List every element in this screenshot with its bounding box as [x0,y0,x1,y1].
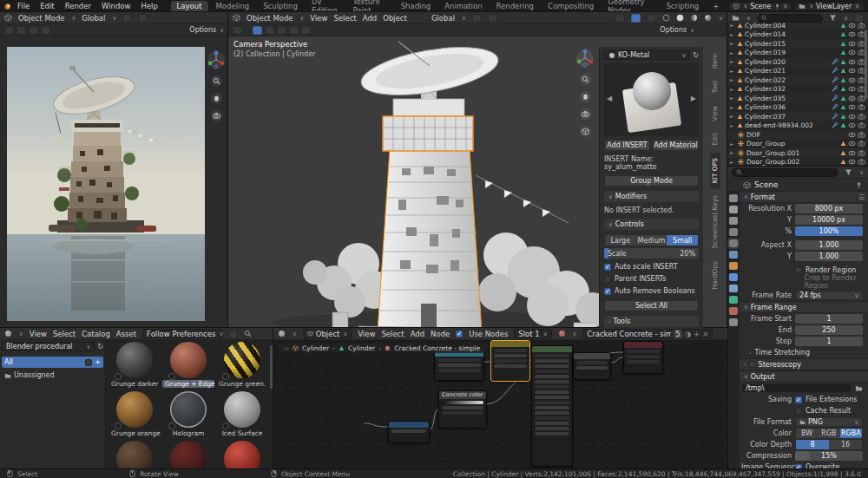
hide-eye-icon[interactable] [848,149,856,157]
menu-help[interactable]: Help [136,2,161,10]
hide-eye-icon[interactable] [848,85,856,93]
hide-eye-icon[interactable] [848,103,856,111]
outliner-item[interactable]: DOF [727,130,868,140]
disable-render-icon[interactable] [858,121,865,129]
shader-node[interactable] [573,352,611,380]
tab-texture[interactable] [729,318,738,326]
tab-world[interactable] [729,251,738,259]
aspect-x-field[interactable]: 1.000 [795,240,863,250]
tool-icon-b[interactable] [277,26,286,35]
add-workspace-button[interactable]: + [707,1,725,11]
outliner-item[interactable]: ►Cylinder.036 [727,103,868,113]
solid-viewport-canvas[interactable]: Camera Perspective (2) Collection | Cyli… [228,36,727,328]
filter-funnel-icon[interactable] [829,14,837,22]
xray-toggle-icon[interactable] [647,14,656,23]
node-canvas[interactable]: ‹› Cylinder › Cylinder › Cracked Concret… [273,340,727,468]
tab-hardops[interactable]: HardOps [710,256,720,295]
tool-icon-4[interactable] [41,26,50,35]
auto-remove-checkbox[interactable]: ✓ [604,288,611,295]
resolution-pct-slider[interactable]: 100% [795,226,863,236]
tab-kitops[interactable]: KIT OPS [710,153,720,188]
asset-item[interactable]: Grunge green. + ... [215,342,269,391]
disable-render-icon[interactable] [858,131,865,139]
group-mode-button[interactable]: Group Mode [604,175,699,187]
search-icon[interactable] [244,330,252,337]
pin-icon[interactable] [774,3,780,10]
disable-render-icon[interactable] [858,113,865,121]
output-path-field[interactable]: /tmp\ [741,383,852,393]
material-users-count[interactable]: 5 [674,330,681,338]
hide-eye-icon[interactable] [848,140,856,147]
size-small-button[interactable]: Small [667,235,698,246]
menu-view[interactable]: View [310,14,327,23]
hide-eye-icon[interactable] [848,158,856,166]
outliner-item[interactable]: ►Door_Group.002 [727,158,868,167]
shading-wireframe-icon[interactable] [662,14,670,22]
asset-item-partial[interactable] [161,441,215,468]
orientation-dropdown[interactable]: Global [82,14,105,23]
depth-16-button[interactable]: 16 [829,440,862,449]
tool-icon-play[interactable] [233,26,242,35]
shader-node-output[interactable] [623,341,663,374]
outliner-item[interactable]: ►Cylinder.004 [727,21,868,30]
render-region-checkbox[interactable] [795,267,802,274]
hide-eye-icon[interactable] [848,113,856,121]
shader-node-selected[interactable] [490,340,530,382]
tab-tool[interactable]: Tool [710,75,720,99]
outliner-scrollbar[interactable] [865,29,867,99]
collapse-icon[interactable]: ‹› [284,344,289,352]
material-name-field[interactable]: Cracked Concrete - simple 5 ◑ + × [582,329,713,338]
snap-magnet-icon[interactable] [472,14,482,23]
rendered-viewport-canvas[interactable] [0,36,228,328]
menu-select[interactable]: Select [333,14,356,23]
pan-hand-icon[interactable] [580,91,591,102]
time-stretching-subpanel[interactable]: Time Stretching [755,349,810,357]
editor-type-icon[interactable] [732,14,740,22]
properties-search-input[interactable] [732,168,838,177]
mode-dropdown[interactable]: Object Mode [18,14,65,23]
outliner-item[interactable]: ►Cylinder.021 [727,67,868,76]
tab-material[interactable] [729,307,738,315]
pan-hand-icon[interactable] [211,93,222,104]
menu-file[interactable]: File [13,2,34,10]
unlink-scene-icon[interactable]: × [783,3,789,10]
mode-dropdown[interactable]: Object Mode [247,14,293,23]
tab-object-data[interactable] [729,296,738,304]
tab-view-layer[interactable] [729,228,738,236]
new-material-icon[interactable]: + [694,330,700,338]
tool-icon-2[interactable] [16,26,26,35]
hide-eye-icon[interactable] [848,40,856,48]
viewlayer-selector[interactable]: ∨ ViewLayer × [794,2,865,11]
editor-type-icon[interactable] [4,14,12,22]
hide-eye-icon[interactable] [848,95,856,102]
asset-item-partial[interactable] [215,441,269,468]
outliner-item[interactable]: ►Cylinder.019 [727,49,868,58]
presets-icon[interactable]: ☰ [858,193,865,201]
outliner-item[interactable]: ►Door_Group [727,140,868,149]
refresh-icon[interactable]: ↻ [693,51,699,59]
next-insert-arrow-icon[interactable]: ▶ [691,95,696,102]
navigation-gizmo-icon[interactable] [207,50,226,69]
size-medium-button[interactable]: Medium [636,235,667,246]
options-dropdown[interactable]: Options [189,26,216,34]
file-extensions-checkbox[interactable]: ✓ [795,396,802,403]
outliner-item[interactable]: ►dead-end-98934.002 [727,121,868,131]
tool-icon-a[interactable] [265,26,274,35]
menu-add[interactable]: Add [411,330,424,338]
disable-render-icon[interactable] [858,140,865,147]
asset-item-partial[interactable] [108,441,161,468]
outliner-item[interactable]: ►Cylinder.035 [727,94,868,103]
auto-scale-row[interactable]: ✓Auto scale INSERT [604,263,699,271]
output-panel-header[interactable]: ∨Output [740,370,868,383]
frame-range-panel-header[interactable]: ∨Frame Range [740,301,868,313]
hide-eye-icon[interactable] [848,58,856,66]
disable-render-icon[interactable] [858,158,865,166]
fake-user-shield-icon[interactable]: ◑ [685,330,691,338]
parent-inserts-row[interactable]: Parent INSERTs [604,275,699,283]
tab-view[interactable]: View [710,101,720,127]
menu-node[interactable]: Node [431,330,450,338]
hide-eye-icon[interactable] [848,49,856,56]
tab-physics[interactable] [729,285,738,292]
asset-item-selected[interactable]: Grunge + Edge D... [161,342,215,391]
outliner-item[interactable]: ►Cylinder.022 [727,75,868,85]
